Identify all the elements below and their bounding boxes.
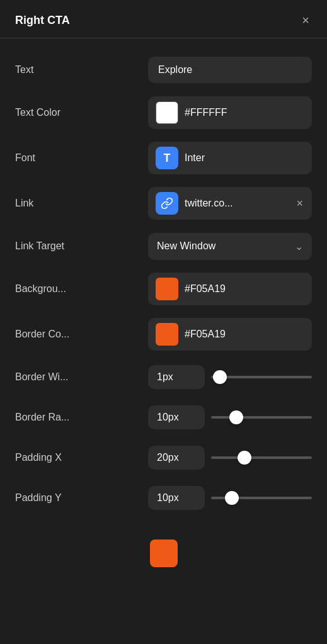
font-icon: T xyxy=(156,147,178,169)
font-row: Font T Inter xyxy=(15,135,312,181)
text-input[interactable] xyxy=(148,57,312,83)
background-picker[interactable]: #F05A19 xyxy=(148,273,312,305)
border-radius-track[interactable] xyxy=(211,416,312,419)
font-picker[interactable]: T Inter xyxy=(148,142,312,174)
link-target-dropdown[interactable]: New Window ⌄ xyxy=(148,233,312,260)
link-clear-button[interactable]: × xyxy=(295,197,304,210)
font-control: T Inter xyxy=(97,142,312,174)
link-icon xyxy=(156,192,178,215)
rows-container: Text Text Color #FFFFFF Font T xyxy=(0,43,327,533)
border-radius-value: 10px xyxy=(148,405,205,429)
border-color-row: Border Co... #F05A19 xyxy=(15,312,312,357)
border-width-track[interactable] xyxy=(211,376,312,378)
text-label: Text xyxy=(15,64,97,76)
text-color-value: #FFFFFF xyxy=(185,107,227,118)
link-target-value: New Window xyxy=(157,240,215,252)
padding-x-slider: 20px xyxy=(148,446,312,470)
link-target-label: Link Target xyxy=(15,240,97,252)
close-button[interactable]: × xyxy=(299,11,312,29)
background-control: #F05A19 xyxy=(97,273,312,305)
padding-y-row: Padding Y 10px xyxy=(15,478,312,518)
padding-y-label: Padding Y xyxy=(15,492,97,504)
border-radius-thumb[interactable] xyxy=(229,410,243,424)
padding-y-thumb[interactable] xyxy=(225,491,239,505)
border-width-control: 1px xyxy=(97,365,312,389)
border-width-row: Border Wi... 1px xyxy=(15,357,312,397)
background-label: Backgrou... xyxy=(15,283,97,295)
padding-x-track-wrapper xyxy=(211,456,312,459)
border-color-picker[interactable]: #F05A19 xyxy=(148,318,312,351)
text-row: Text xyxy=(15,50,312,90)
border-width-thumb[interactable] xyxy=(213,370,227,384)
padding-x-thumb[interactable] xyxy=(238,451,251,465)
link-value: twitter.co... xyxy=(185,198,289,209)
link-control: twitter.co... × xyxy=(97,187,312,220)
link-target-control: New Window ⌄ xyxy=(97,233,312,260)
padding-y-value: 10px xyxy=(148,486,205,510)
text-color-row: Text Color #FFFFFF xyxy=(15,90,312,135)
text-color-control: #FFFFFF xyxy=(97,96,312,129)
link-label: Link xyxy=(15,198,97,209)
link-target-row: Link Target New Window ⌄ xyxy=(15,226,312,266)
border-width-track-wrapper xyxy=(211,376,312,378)
padding-y-track-wrapper xyxy=(211,497,312,499)
padding-x-row: Padding X 20px xyxy=(15,438,312,478)
border-radius-control: 10px xyxy=(97,405,312,429)
padding-x-control: 20px xyxy=(97,446,312,470)
padding-x-value: 20px xyxy=(148,446,205,470)
font-name: Inter xyxy=(185,152,205,164)
padding-x-track[interactable] xyxy=(211,456,312,459)
padding-y-control: 10px xyxy=(97,486,312,510)
link-picker[interactable]: twitter.co... × xyxy=(148,187,312,220)
border-color-swatch xyxy=(156,323,178,346)
bottom-hint xyxy=(0,533,327,570)
font-label: Font xyxy=(15,152,97,164)
text-color-picker[interactable]: #FFFFFF xyxy=(148,96,312,129)
chevron-down-icon: ⌄ xyxy=(295,240,303,252)
padding-y-slider: 10px xyxy=(148,486,312,510)
bottom-swatch xyxy=(150,539,178,567)
border-radius-label: Border Ra... xyxy=(15,412,97,423)
border-width-slider: 1px xyxy=(148,365,312,389)
border-color-control: #F05A19 xyxy=(97,318,312,351)
background-value: #F05A19 xyxy=(185,283,226,295)
text-color-label: Text Color xyxy=(15,107,97,118)
background-swatch xyxy=(156,278,178,300)
border-color-label: Border Co... xyxy=(15,329,97,340)
padding-x-label: Padding X xyxy=(15,452,97,463)
border-radius-track-wrapper xyxy=(211,416,312,419)
padding-y-track[interactable] xyxy=(211,497,312,499)
border-width-label: Border Wi... xyxy=(15,371,97,383)
text-color-swatch xyxy=(156,101,178,124)
border-radius-row: Border Ra... 10px xyxy=(15,397,312,438)
panel-title: Right CTA xyxy=(15,14,70,27)
panel: Right CTA × Text Text Color #FFFFFF Font xyxy=(0,0,327,644)
header-divider xyxy=(0,38,327,38)
panel-header: Right CTA × xyxy=(0,0,327,38)
link-row: Link twitter.co... × xyxy=(15,181,312,226)
border-radius-slider: 10px xyxy=(148,405,312,429)
background-row: Backgrou... #F05A19 xyxy=(15,266,312,312)
text-control xyxy=(97,57,312,83)
border-color-value: #F05A19 xyxy=(185,329,226,340)
border-width-value: 1px xyxy=(148,365,205,389)
